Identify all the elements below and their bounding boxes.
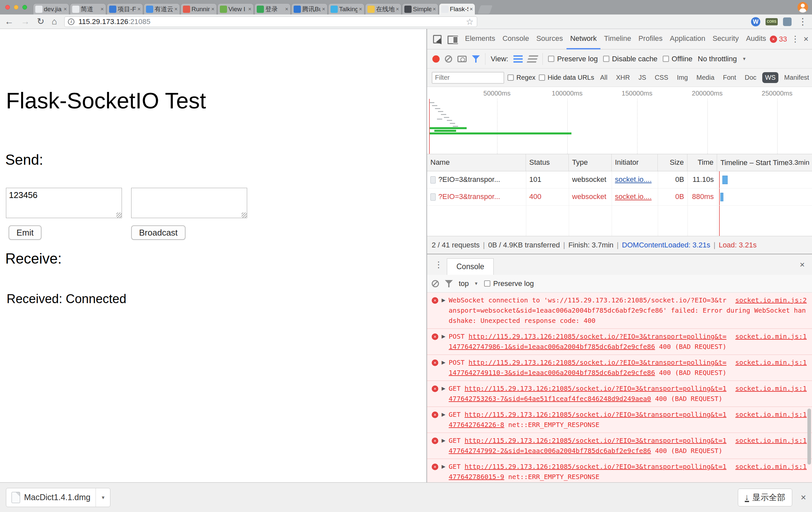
tab-close-icon[interactable]: × xyxy=(100,6,104,12)
minimize-window-button[interactable] xyxy=(14,5,19,9)
expand-triangle-icon[interactable]: ▶ xyxy=(442,297,445,303)
expand-triangle-icon[interactable]: ▶ xyxy=(442,333,445,339)
browser-tab[interactable]: Talking× xyxy=(328,3,365,14)
filter-type-manifest[interactable]: Manifest xyxy=(782,72,812,83)
console-source-link[interactable]: socket.io.min.js:1 xyxy=(735,358,807,368)
refresh-button[interactable]: ↻ xyxy=(37,17,45,26)
tab-sources[interactable]: Sources xyxy=(532,29,567,50)
filter-type-css[interactable]: CSS xyxy=(652,72,671,83)
new-tab-button[interactable] xyxy=(477,5,492,14)
request-initiator-link[interactable]: socket.io.... xyxy=(612,188,658,205)
filter-type-xhr[interactable]: XHR xyxy=(613,72,632,83)
console-scrollbar[interactable] xyxy=(807,409,811,464)
device-toolbar-icon[interactable] xyxy=(447,35,458,43)
filter-type-font[interactable]: Font xyxy=(720,72,739,83)
tab-close-icon[interactable]: × xyxy=(248,6,252,12)
regex-checkbox[interactable]: Regex xyxy=(508,74,535,81)
screenshot-camera-icon[interactable] xyxy=(457,56,467,62)
drawer-close-icon[interactable]: × xyxy=(800,260,809,270)
console-source-link[interactable]: socket.io.min.js:1 xyxy=(735,384,807,394)
broadcast-button[interactable]: Broadcast xyxy=(131,225,185,240)
column-header-type[interactable]: Type xyxy=(569,154,612,171)
cors-extension-icon[interactable]: CORS xyxy=(765,18,778,25)
clear-console-icon[interactable] xyxy=(432,280,439,287)
record-button[interactable] xyxy=(432,55,440,63)
tab-application[interactable]: Application xyxy=(666,29,709,50)
download-shelf-close-icon[interactable]: × xyxy=(801,492,806,503)
timeline-overview[interactable]: 50000ms 100000ms 150000ms 200000ms 25000… xyxy=(427,87,812,154)
clear-icon[interactable] xyxy=(445,55,452,63)
tab-close-icon[interactable]: × xyxy=(359,6,362,12)
filter-type-all[interactable]: All xyxy=(598,72,610,83)
forward-button[interactable]: → xyxy=(21,17,30,26)
devtools-close-icon[interactable]: × xyxy=(804,34,808,44)
expand-triangle-icon[interactable]: ▶ xyxy=(442,359,445,365)
emit-textarea[interactable]: 123456 xyxy=(6,188,122,218)
back-button[interactable]: ← xyxy=(5,17,13,26)
tab-security[interactable]: Security xyxy=(709,29,742,50)
profile-avatar[interactable] xyxy=(798,2,808,12)
address-bar[interactable]: i 115.29.173.126:21085 ☆ xyxy=(64,17,477,27)
download-item[interactable]: MacDict1.4.1.dmg ▼ xyxy=(6,488,110,507)
list-view-icon[interactable] xyxy=(514,55,523,63)
broadcast-textarea[interactable] xyxy=(131,188,247,218)
browser-tab[interactable]: 登录× xyxy=(254,3,291,14)
waterfall-view-icon[interactable] xyxy=(527,55,539,63)
tab-console[interactable]: Console xyxy=(499,29,533,50)
home-button[interactable]: ⌂ xyxy=(52,17,57,26)
bookmark-star-icon[interactable]: ☆ xyxy=(466,18,473,26)
download-item-menu-caret[interactable]: ▼ xyxy=(95,488,110,507)
console-source-link[interactable]: socket.io.min.js:1 xyxy=(735,410,807,420)
browser-tab[interactable]: View I× xyxy=(218,3,254,14)
drawer-tab-console[interactable]: Console xyxy=(447,258,494,275)
expand-triangle-icon[interactable]: ▶ xyxy=(442,386,445,391)
filter-type-js[interactable]: JS xyxy=(636,72,648,83)
console-preserve-log-checkbox[interactable]: Preserve log xyxy=(484,279,534,288)
browser-tab[interactable]: Simple× xyxy=(402,3,438,14)
browser-menu-icon[interactable]: ⋮ xyxy=(798,17,807,26)
tab-elements[interactable]: Elements xyxy=(461,29,499,50)
wappalyzer-extension-icon[interactable]: W xyxy=(751,17,760,26)
browser-tab[interactable]: 腾讯Bu× xyxy=(291,3,327,14)
devtools-menu-icon[interactable]: ⋮ xyxy=(791,34,800,44)
tab-close-icon[interactable]: × xyxy=(433,6,436,12)
network-request-row[interactable]: ?EIO=3&transpor... 101 websocket socket.… xyxy=(427,171,812,188)
column-header-status[interactable]: Status xyxy=(526,154,569,171)
browser-tab-active[interactable]: Flask-S× xyxy=(439,3,475,14)
tab-close-icon[interactable]: × xyxy=(174,6,178,12)
page-info-icon[interactable]: i xyxy=(68,19,75,25)
column-header-name[interactable]: Name xyxy=(427,154,526,171)
browser-tab[interactable]: Runnin× xyxy=(181,3,217,14)
zoom-window-button[interactable] xyxy=(22,5,27,9)
tab-audits[interactable]: Audits xyxy=(743,29,770,50)
browser-tab[interactable]: 有道云× xyxy=(144,3,180,14)
network-filter-input[interactable] xyxy=(432,72,504,84)
tab-close-icon[interactable]: × xyxy=(285,6,288,12)
console-source-link[interactable]: socket.io.min.js:2 xyxy=(735,295,807,305)
column-header-initiator[interactable]: Initiator xyxy=(612,154,658,171)
tab-close-icon[interactable]: × xyxy=(396,6,399,12)
close-window-button[interactable] xyxy=(5,5,10,9)
tab-network[interactable]: Network xyxy=(567,29,601,50)
filter-funnel-icon[interactable] xyxy=(472,55,480,63)
tab-timeline[interactable]: Timeline xyxy=(601,29,635,50)
console-source-link[interactable]: socket.io.min.js:1 xyxy=(735,461,807,472)
tab-close-icon[interactable]: × xyxy=(138,6,141,12)
tab-close-icon[interactable]: × xyxy=(322,6,325,12)
request-initiator-link[interactable]: socket.io.... xyxy=(612,171,658,188)
execution-context-dropdown[interactable]: top▼ xyxy=(459,279,478,288)
inspect-element-icon[interactable] xyxy=(433,35,442,43)
extension-icon[interactable] xyxy=(783,18,791,26)
tab-close-icon[interactable]: × xyxy=(211,6,214,12)
expand-triangle-icon[interactable]: ▶ xyxy=(442,438,445,444)
expand-triangle-icon[interactable]: ▶ xyxy=(442,412,445,417)
browser-tab[interactable]: 在线地× xyxy=(365,3,401,14)
column-header-size[interactable]: Size xyxy=(658,154,688,171)
network-request-row[interactable]: ?EIO=3&transpor... 400 websocket socket.… xyxy=(427,188,812,206)
tab-profiles[interactable]: Profiles xyxy=(635,29,666,50)
preserve-log-checkbox[interactable]: Preserve log xyxy=(548,55,598,63)
filter-type-doc[interactable]: Doc xyxy=(742,72,759,83)
drawer-menu-icon[interactable]: ⋮ xyxy=(430,260,447,270)
tab-close-icon[interactable]: × xyxy=(470,6,473,12)
offline-checkbox[interactable]: Offline xyxy=(663,55,692,63)
